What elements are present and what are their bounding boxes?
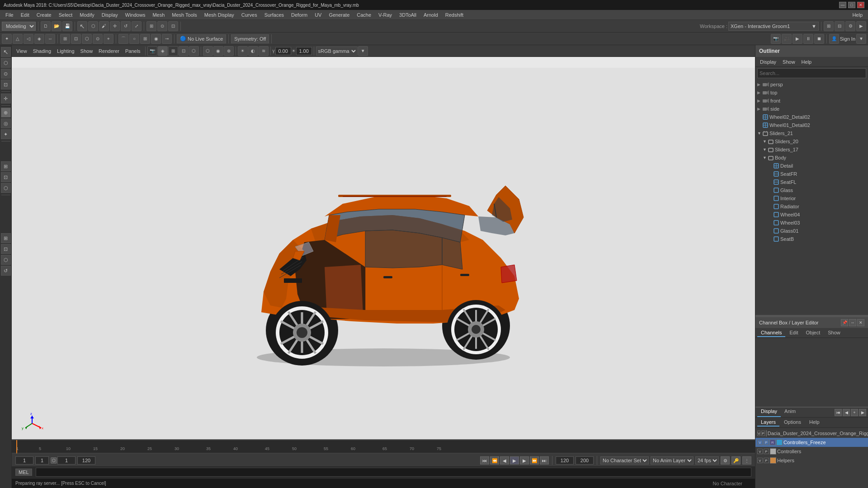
menu-vray[interactable]: V-Ray (375, 11, 396, 19)
outliner-item-wheel04[interactable]: ▶ Wheel04 (755, 211, 868, 219)
menu-create[interactable]: Create (33, 11, 55, 19)
layer-tab-help[interactable]: Help (806, 418, 823, 427)
vp-motion-blur[interactable]: ≋ (259, 46, 269, 56)
layer-v-ctrl[interactable]: V (757, 449, 763, 454)
menu-windows[interactable]: Windows (122, 11, 149, 19)
color-space-select[interactable]: sRGB gamma (316, 47, 358, 56)
vp-menu-show[interactable]: Show (78, 47, 96, 55)
layer-v-dacia[interactable]: V (757, 431, 760, 436)
save-scene-button[interactable]: 💾 (62, 21, 72, 31)
play-btn[interactable]: ▶ (510, 456, 519, 465)
outliner-item-wheel03[interactable]: ▶ Wheel03 (755, 219, 868, 227)
menu-mesh-tools[interactable]: Mesh Tools (168, 11, 200, 19)
tool-7[interactable]: ⊡ (71, 34, 81, 44)
open-scene-button[interactable]: 📂 (52, 21, 61, 31)
menu-3dtoall[interactable]: 3DToAll (396, 11, 420, 19)
outliner-item-glass01[interactable]: ▶ Glass01 (755, 227, 868, 235)
move-tool-button[interactable]: ✛ (110, 21, 120, 31)
maximize-button[interactable]: □ (848, 2, 855, 8)
menu-mesh[interactable]: Mesh (149, 11, 168, 19)
select-mode-btn[interactable]: ↖ (1, 47, 11, 57)
next-frame-btn[interactable]: ⏩ (530, 456, 539, 465)
menu-select[interactable]: Select (55, 11, 76, 19)
paint-select-btn[interactable]: ⬡ (1, 58, 11, 68)
isolate-btn[interactable]: ⊡ (1, 172, 11, 182)
vp-wire-shaded[interactable]: ⬡ (203, 46, 213, 56)
menu-curves[interactable]: Curves (238, 11, 261, 19)
snap-surface[interactable]: ⊸ (162, 34, 172, 44)
snapshot-btn[interactable]: ⬡ (1, 255, 11, 265)
tool-9[interactable]: ⊙ (93, 34, 103, 44)
stop-btn[interactable]: ⏹ (814, 34, 824, 44)
cb-pin-btn[interactable]: 📌 (841, 319, 848, 326)
next-key-btn[interactable]: ▶ (520, 456, 529, 465)
menu-help[interactable]: Help (849, 11, 866, 19)
cb-tab-object[interactable]: Object (802, 329, 824, 337)
menu-edit[interactable]: Edit (17, 11, 33, 19)
snap-grid-button[interactable]: ⊡ (168, 21, 178, 31)
tool-1[interactable]: ✦ (2, 34, 12, 44)
layer-v-ctrl-freeze[interactable]: V (757, 440, 763, 445)
cb-close-btn[interactable]: ✕ (857, 319, 864, 326)
outliner-item-sliders21[interactable]: ▼ Sliders_21 (755, 129, 868, 137)
show-hide-btn[interactable]: ⊞ (1, 161, 11, 171)
paint-tool-button[interactable]: 🖌 (99, 21, 109, 31)
outliner-item-persp[interactable]: ▶ persp (755, 80, 868, 89)
outliner-item-seatb[interactable]: ▶ SeatB (755, 235, 868, 243)
fps-select[interactable]: 24 fps (695, 456, 719, 465)
tool-8[interactable]: ⬡ (82, 34, 92, 44)
outliner-item-body[interactable]: ▼ Body (755, 154, 868, 162)
cb-tab-show[interactable]: Show (824, 329, 844, 337)
no-live-surface-button[interactable]: 🔵 No Live Surface (177, 34, 226, 43)
vp-menu-view[interactable]: View (14, 47, 30, 55)
render-settings-button[interactable]: ⚙ (845, 21, 855, 31)
character-set-select[interactable]: No Character Set (600, 456, 649, 465)
menu-surfaces[interactable]: Surfaces (261, 11, 288, 19)
outliner-item-side[interactable]: ▶ side (755, 105, 868, 113)
component-select-btn[interactable]: ⊡ (1, 80, 11, 89)
auto-key-btn[interactable]: 🔑 (731, 456, 741, 465)
select-tool-button[interactable]: ↖ (77, 21, 87, 31)
anim-layer-select[interactable]: No Anim Layer (651, 456, 693, 465)
rotate-tool-button[interactable]: ↺ (121, 21, 131, 31)
menu-redshift[interactable]: Redshift (442, 11, 467, 19)
snap-point[interactable]: ○ (129, 34, 139, 44)
snap-grid2[interactable]: ⊞ (140, 34, 150, 44)
layer-p-helpers[interactable]: P (764, 458, 769, 463)
outliner-item-top[interactable]: ▶ top (755, 89, 868, 97)
close-button[interactable]: ✕ (857, 2, 864, 8)
max-end-input[interactable] (576, 456, 594, 465)
move-tool-lt[interactable]: ✛ (1, 94, 11, 103)
go-end-btn[interactable]: ⏭ (540, 456, 549, 465)
vp-shadows[interactable]: ☀ (238, 46, 248, 56)
outliner-item-glass[interactable]: ▶ Glass (755, 186, 868, 194)
tool-10[interactable]: ⌖ (104, 34, 113, 44)
render-button[interactable]: ▶ (856, 21, 866, 31)
lasso-select-btn[interactable]: ⊙ (1, 69, 11, 79)
exposure-input[interactable] (296, 47, 312, 55)
layer-tab-layers[interactable]: Layers (757, 418, 779, 427)
menu-arnold[interactable]: Arnold (420, 11, 442, 19)
menu-modify[interactable]: Modify (76, 11, 98, 19)
mel-python-toggle[interactable]: MEL (15, 469, 32, 476)
outliner-search-input[interactable] (757, 68, 866, 78)
menu-file[interactable]: File (2, 11, 17, 19)
universal-manip-button[interactable]: ⊞ (146, 21, 156, 31)
vp-toggle-3[interactable]: ⬡ (189, 46, 199, 56)
snap-curve[interactable]: ⌒ (118, 34, 128, 44)
outliner-item-seatfl[interactable]: ▶ SeatFL (755, 178, 868, 186)
menu-uv[interactable]: UV (311, 11, 325, 19)
mel-command-input[interactable] (36, 468, 751, 477)
da-tab-display[interactable]: Display (757, 408, 781, 417)
vp-menu-lighting[interactable]: Lighting (54, 47, 77, 55)
vp-menu-shading[interactable]: Shading (30, 47, 54, 55)
vp-toggle-2[interactable]: ⊡ (179, 46, 189, 56)
scale-tool-button[interactable]: ⤢ (132, 21, 142, 31)
prev-frame-btn[interactable]: ⏪ (490, 456, 499, 465)
range-end-input[interactable] (77, 456, 95, 465)
mirror-button[interactable]: ⊟ (835, 21, 844, 31)
outliner-menu-display[interactable]: Display (757, 58, 779, 66)
ipr-btn[interactable]: ⊡ (1, 244, 11, 254)
max-start-input[interactable] (556, 456, 574, 465)
outliner-item-detail[interactable]: ▶ Detail (755, 162, 868, 170)
